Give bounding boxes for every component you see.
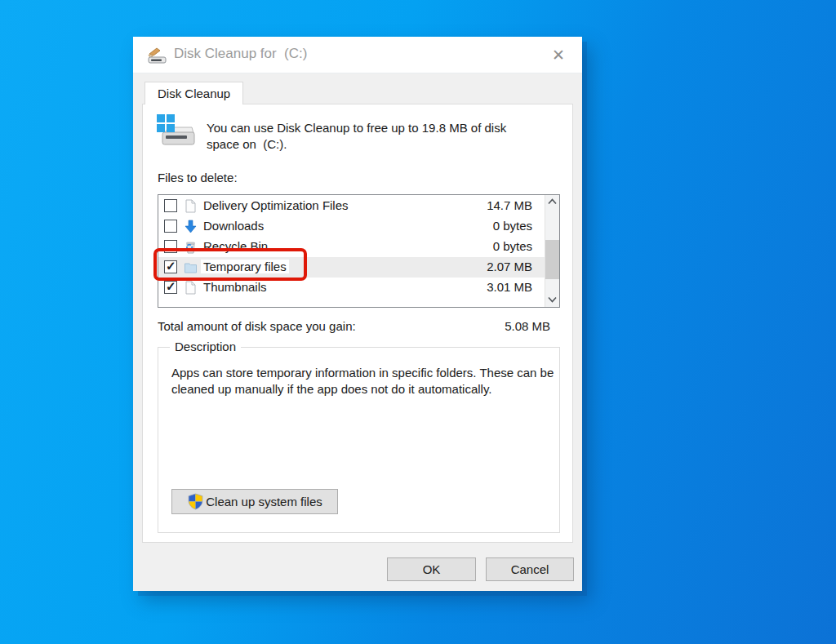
folder-icon <box>184 260 198 274</box>
disk-cleanup-dialog: Disk Cleanup for (C:) ✕ Disk Cleanup You… <box>133 37 582 591</box>
tab-disk-cleanup[interactable]: Disk Cleanup <box>145 82 243 104</box>
scrollbar[interactable] <box>545 195 559 307</box>
close-icon[interactable]: ✕ <box>546 44 571 66</box>
description-legend: Description <box>170 340 241 353</box>
files-to-delete-label: Files to delete: <box>158 171 238 184</box>
scroll-up-icon[interactable] <box>545 195 559 209</box>
checkbox[interactable]: ✓ <box>164 281 177 294</box>
list-item-temporary-files[interactable]: ✓ Temporary files 2.07 MB <box>158 257 545 278</box>
disk-cleanup-icon <box>146 47 167 64</box>
file-size: 0 bytes <box>493 239 532 253</box>
checkbox[interactable] <box>164 199 177 212</box>
file-name: Recycle Bin <box>203 239 268 253</box>
download-arrow-icon <box>184 220 198 233</box>
list-item-delivery-optimization[interactable]: Delivery Optimization Files 14.7 MB <box>158 196 545 216</box>
total-gain-label: Total amount of disk space you gain: <box>158 319 552 333</box>
window-title: Disk Cleanup for (C:) <box>174 46 307 62</box>
checkbox[interactable] <box>164 240 177 253</box>
scroll-down-icon[interactable] <box>545 293 559 307</box>
file-name: Downloads <box>203 219 264 233</box>
list-item-thumbnails[interactable]: ✓ Thumbnails 3.01 MB <box>158 278 545 298</box>
list-item-downloads[interactable]: Downloads 0 bytes <box>158 216 545 237</box>
list-item-recycle-bin[interactable]: Recycle Bin 0 bytes <box>158 237 545 257</box>
description-groupbox: Description Apps can store temporary inf… <box>158 347 560 533</box>
desktop-background: Disk Cleanup for (C:) ✕ Disk Cleanup You… <box>0 0 836 644</box>
scrollbar-thumb[interactable] <box>545 240 559 279</box>
description-text: Apps can store temporary information in … <box>171 365 560 398</box>
file-icon <box>184 199 198 213</box>
file-name: Thumbnails <box>203 280 267 294</box>
cancel-button[interactable]: Cancel <box>486 557 574 581</box>
title-bar[interactable]: Disk Cleanup for (C:) ✕ <box>133 37 582 73</box>
file-size: 14.7 MB <box>487 198 532 212</box>
recycle-bin-icon <box>184 240 198 254</box>
file-name: Delivery Optimization Files <box>203 198 349 212</box>
hard-disk-icon <box>156 113 195 149</box>
total-gain-value: 5.08 MB <box>505 319 550 333</box>
file-size: 0 bytes <box>493 219 532 233</box>
checkbox[interactable]: ✓ <box>164 260 177 273</box>
checkbox[interactable] <box>164 220 177 233</box>
clean-up-system-files-button[interactable]: Clean up system files <box>171 489 338 514</box>
file-name: Temporary files <box>201 260 289 273</box>
ok-button[interactable]: OK <box>387 557 476 581</box>
uac-shield-icon <box>187 493 204 510</box>
file-size: 3.01 MB <box>487 280 532 294</box>
file-icon <box>184 281 198 295</box>
clean-up-system-files-label: Clean up system files <box>206 495 322 509</box>
tab-strip: Disk Cleanup <box>133 73 582 104</box>
files-listbox: Delivery Optimization Files 14.7 MB Down… <box>158 194 560 308</box>
file-size: 2.07 MB <box>487 260 532 273</box>
intro-text: You can use Disk Cleanup to free up to 1… <box>207 120 535 153</box>
disk-cleanup-page: You can use Disk Cleanup to free up to 1… <box>142 104 573 543</box>
file-rows: Delivery Optimization Files 14.7 MB Down… <box>158 196 545 298</box>
